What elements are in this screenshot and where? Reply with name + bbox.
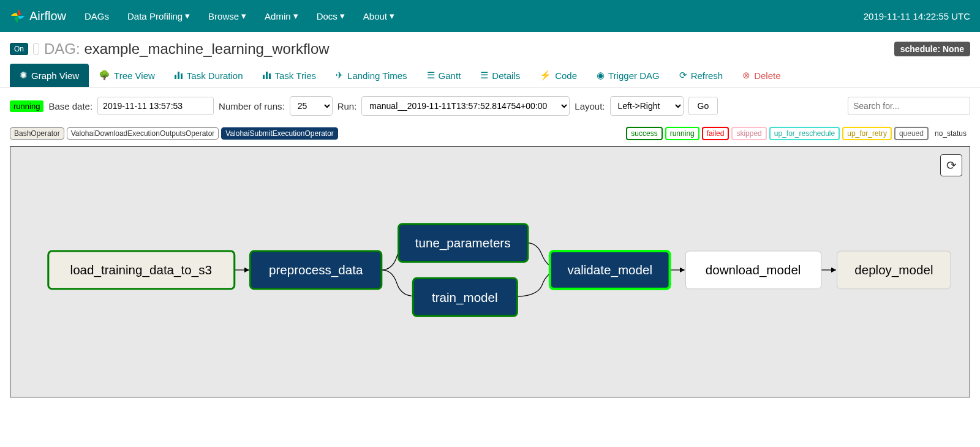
op-valohai-submit[interactable]: ValohaiSubmitExecutionOperator	[221, 127, 338, 140]
tabbar: ✺Graph View 🌳Tree View Task Duration Tas…	[0, 64, 980, 88]
tab-gantt[interactable]: ☰Gantt	[417, 64, 471, 87]
tree-icon: 🌳	[99, 70, 110, 81]
tab-code[interactable]: ⚡Code	[530, 64, 587, 87]
operator-legend: BashOperator ValohaiDownloadExecutionOut…	[10, 127, 338, 140]
schedule-badge: schedule: None	[894, 42, 970, 56]
state-up-for-retry[interactable]: up_for_retry	[842, 127, 892, 140]
svg-rect-5	[269, 73, 271, 79]
svg-rect-0	[175, 75, 176, 79]
svg-text:download_model: download_model	[706, 263, 801, 277]
state-legend: success running failed skipped up_for_re…	[626, 127, 970, 140]
tab-graph-view[interactable]: ✺Graph View	[10, 64, 89, 87]
list-icon: ☰	[427, 70, 435, 81]
caret-down-icon: ▾	[185, 10, 190, 21]
dag-label: DAG:	[44, 40, 80, 57]
task-node-tune-parameters[interactable]: tune_parameters	[399, 224, 528, 262]
state-failed[interactable]: failed	[702, 127, 729, 140]
state-queued[interactable]: queued	[894, 127, 929, 140]
pinwheel-icon	[10, 8, 26, 24]
page-title: DAG: example_machine_learning_workflow	[44, 40, 330, 58]
sun-icon: ✺	[20, 70, 28, 81]
svg-text:deploy_model: deploy_model	[854, 263, 933, 277]
op-bash[interactable]: BashOperator	[10, 127, 64, 140]
status-badge: running	[10, 100, 43, 112]
task-node-validate-model[interactable]: validate_model	[550, 251, 670, 289]
tab-refresh[interactable]: ⟳Refresh	[669, 64, 733, 87]
caret-down-icon: ▾	[241, 10, 246, 21]
dag-graph: load_training_data_to_s3 preprocess_data…	[10, 147, 970, 405]
tab-task-duration[interactable]: Task Duration	[165, 64, 253, 87]
graph-canvas[interactable]: ⟳ load_training_data_to_s3 preprocess_da…	[10, 146, 970, 397]
brand-text: Airflow	[29, 9, 66, 23]
svg-rect-2	[181, 73, 183, 79]
dag-toggle-off[interactable]	[33, 43, 39, 54]
svg-rect-1	[178, 72, 179, 79]
tab-trigger-dag[interactable]: ◉Trigger DAG	[587, 64, 669, 87]
search-input[interactable]	[848, 97, 970, 115]
dag-toggle-on[interactable]: On	[10, 43, 28, 55]
state-up-for-reschedule[interactable]: up_for_reschedule	[769, 127, 840, 140]
dag-name: example_machine_learning_workflow	[84, 40, 329, 57]
tab-landing-times[interactable]: ✈Landing Times	[326, 64, 417, 87]
bar-chart-icon	[263, 70, 271, 81]
state-skipped[interactable]: skipped	[731, 127, 766, 140]
nav-data-profiling[interactable]: Data Profiling▾	[127, 10, 190, 21]
clock: 2019-11-11 14:22:55 UTC	[864, 11, 970, 21]
task-node-train-model[interactable]: train_model	[413, 278, 517, 316]
bolt-icon: ⚡	[540, 70, 551, 81]
nav-dags[interactable]: DAGs	[85, 10, 109, 21]
controls-row: running Base date: Number of runs: 25 Ru…	[0, 88, 980, 124]
task-node-preprocess-data[interactable]: preprocess_data	[250, 251, 381, 289]
run-select[interactable]: manual__2019-11-11T13:57:52.814754+00:00	[361, 96, 570, 116]
layout-label: Layout:	[575, 101, 605, 111]
num-runs-label: Number of runs:	[219, 101, 285, 111]
svg-text:validate_model: validate_model	[567, 263, 652, 277]
base-date-input[interactable]	[97, 97, 214, 115]
caret-down-icon: ▾	[340, 10, 345, 21]
navbar: Airflow DAGs Data Profiling▾ Browse▾ Adm…	[0, 0, 980, 32]
caret-down-icon: ▾	[293, 10, 298, 21]
tab-details[interactable]: ☰Details	[470, 64, 530, 87]
state-success[interactable]: success	[626, 127, 662, 140]
base-date-label: Base date:	[48, 101, 92, 111]
plane-icon: ✈	[336, 70, 344, 81]
task-node-download-model[interactable]: download_model	[685, 251, 821, 289]
tab-delete[interactable]: ⊗Delete	[733, 64, 790, 87]
nav-browse[interactable]: Browse▾	[208, 10, 246, 21]
bar-chart-icon	[175, 70, 183, 81]
num-runs-select[interactable]: 25	[290, 96, 333, 116]
refresh-icon: ⟳	[679, 70, 687, 81]
play-circle-icon: ◉	[597, 70, 605, 81]
svg-rect-4	[266, 72, 268, 79]
tab-tree-view[interactable]: 🌳Tree View	[89, 64, 165, 87]
op-valohai-download[interactable]: ValohaiDownloadExecutionOutputsOperator	[67, 127, 219, 140]
nav-admin[interactable]: Admin▾	[265, 10, 298, 21]
nav-about[interactable]: About▾	[363, 10, 394, 21]
list-icon: ☰	[480, 70, 488, 81]
svg-text:preprocess_data: preprocess_data	[269, 263, 363, 277]
legend-row: BashOperator ValohaiDownloadExecutionOut…	[0, 124, 980, 146]
nav-links: DAGs Data Profiling▾ Browse▾ Admin▾ Docs…	[85, 10, 864, 21]
delete-icon: ⊗	[742, 70, 750, 81]
layout-select[interactable]: Left->Right	[610, 96, 684, 116]
state-no-status[interactable]: no_status	[931, 128, 970, 139]
task-node-load-training-data[interactable]: load_training_data_to_s3	[48, 251, 235, 289]
run-label: Run:	[337, 101, 357, 111]
brand[interactable]: Airflow	[10, 8, 66, 24]
svg-text:load_training_data_to_s3: load_training_data_to_s3	[70, 263, 212, 277]
nav-docs[interactable]: Docs▾	[317, 10, 345, 21]
go-button[interactable]: Go	[688, 97, 718, 115]
svg-text:train_model: train_model	[432, 290, 498, 305]
caret-down-icon: ▾	[390, 10, 394, 21]
task-node-deploy-model[interactable]: deploy_model	[837, 251, 951, 289]
svg-text:tune_parameters: tune_parameters	[415, 236, 511, 250]
state-running[interactable]: running	[665, 127, 699, 140]
tab-task-tries[interactable]: Task Tries	[253, 64, 326, 87]
page-header: On DAG: example_machine_learning_workflo…	[0, 32, 980, 64]
svg-rect-3	[263, 75, 265, 79]
